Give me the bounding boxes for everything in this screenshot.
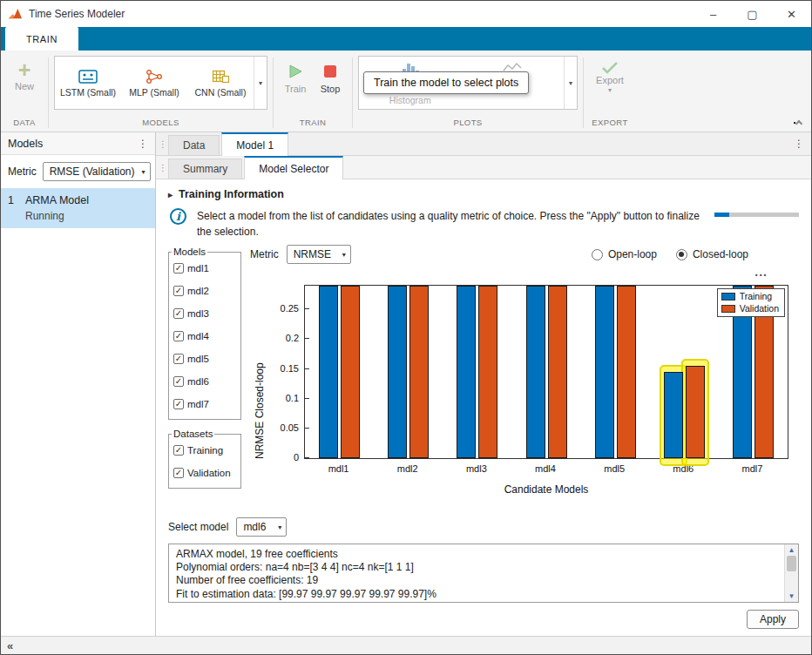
toolstrip-section-export: Export ▾ EXPORT	[584, 54, 636, 132]
tab-data[interactable]: Data	[168, 135, 220, 155]
bar-mdl3-validation	[478, 286, 497, 458]
radio-selected-icon[interactable]	[676, 249, 687, 260]
scroll-down-icon[interactable]: ▼	[788, 592, 795, 600]
training-information-header[interactable]: ▸ Training Information	[168, 188, 799, 200]
model-list-item-selected[interactable]: 1 ARMA Model Running	[1, 188, 155, 228]
info-row: i Select a model from the list of candid…	[168, 208, 799, 240]
title-bar: Time Series Modeler – ▢ ✕	[1, 1, 811, 27]
model-selector-panel: ▸ Training Information i Select a model …	[156, 179, 811, 636]
checkbox-checked-icon[interactable]: ✓	[173, 399, 184, 409]
plus-icon: +	[18, 59, 31, 80]
ribbon-tab-train[interactable]: TRAIN	[5, 27, 78, 51]
legend-label: Validation	[740, 303, 779, 314]
select-model-label: Select model	[168, 521, 228, 533]
details-line: Number of free coefficients: 19	[176, 574, 779, 587]
y-tick-label: 0	[266, 452, 299, 463]
new-button[interactable]: + New	[6, 56, 43, 91]
minimize-button[interactable]: –	[694, 1, 733, 27]
sidebar-metric-dropdown[interactable]: RMSE (Validation) ▾	[43, 162, 151, 181]
metric-value: NRMSE	[294, 248, 331, 260]
y-tick-label: 0.2	[266, 333, 299, 343]
radio-unselected-icon[interactable]	[592, 249, 603, 260]
chart-options-button[interactable]: ...	[754, 267, 768, 281]
checkbox-label: mdl5	[187, 354, 209, 364]
bar-mdl1-training	[319, 286, 338, 458]
tab-summary[interactable]: Summary	[168, 159, 242, 179]
model-checkbox-mdl1[interactable]: ✓mdl1	[173, 257, 238, 280]
radio-open-loop[interactable]: Open-loop	[592, 248, 657, 260]
nrmse-bar-chart: NRMSE Closed-loop TrainingValidation Can…	[250, 281, 799, 496]
models-gallery-dropdown[interactable]: ▾	[254, 57, 267, 109]
drag-grip-icon[interactable]: ⋮	[158, 156, 168, 179]
model-item-name: ARMA Model	[25, 194, 89, 206]
stop-button[interactable]: Stop	[314, 56, 347, 94]
document-menu-icon[interactable]: ⋮	[794, 132, 804, 155]
info-icon: i	[170, 208, 186, 225]
drag-grip-icon[interactable]: ⋮	[158, 132, 168, 155]
chart-legend: TrainingValidation	[717, 288, 785, 317]
bar-mdl6-validation	[686, 366, 705, 458]
tab-model-1[interactable]: Model 1	[221, 132, 288, 156]
export-button-label: Export	[596, 75, 624, 85]
checkbox-checked-icon[interactable]: ✓	[173, 468, 184, 478]
chevron-down-icon: ▾	[278, 523, 281, 531]
gallery-item-cnn-small[interactable]: CNN (Small)	[187, 57, 254, 109]
gallery-item-mlp-small[interactable]: MLP (Small)	[121, 57, 187, 109]
checkbox-checked-icon[interactable]: ✓	[173, 263, 184, 273]
chart-column: Metric NRMSE ▾ Open-loop	[241, 241, 799, 514]
select-model-dropdown[interactable]: mdl6 ▾	[236, 517, 287, 537]
collapse-panel-icon[interactable]: «	[7, 639, 13, 652]
metric-label: Metric	[8, 165, 37, 178]
sidebar-menu-icon[interactable]: ⋮	[138, 138, 148, 150]
model-checkbox-mdl5[interactable]: ✓mdl5	[173, 348, 238, 370]
y-tick-label: 0.15	[266, 363, 299, 374]
model-checkbox-mdl7[interactable]: ✓mdl7	[173, 393, 238, 415]
maximize-button[interactable]: ▢	[733, 1, 772, 27]
checkbox-label: mdl1	[187, 263, 209, 273]
checkbox-label: mdl4	[187, 331, 209, 341]
scrollbar-thumb[interactable]	[787, 556, 796, 571]
checkbox-checked-icon[interactable]: ✓	[173, 445, 184, 456]
plots-gallery-dropdown[interactable]: ▾	[564, 57, 577, 109]
minimize-toolstrip-button[interactable]	[794, 121, 804, 126]
scroll-up-icon[interactable]: ▲	[788, 546, 795, 554]
new-button-label: New	[15, 81, 34, 91]
close-button[interactable]: ✕	[772, 1, 811, 27]
details-scrollbar[interactable]: ▲ ▼	[784, 544, 798, 602]
sidebar-metric-value: RMSE (Validation)	[50, 165, 135, 178]
model-checkbox-mdl3[interactable]: ✓mdl3	[173, 302, 238, 325]
bar-mdl1-validation	[341, 286, 360, 458]
checkbox-checked-icon[interactable]: ✓	[173, 331, 184, 341]
gallery-item-lstm-small[interactable]: LSTM (Small)	[55, 57, 121, 109]
models-checklist: ✓mdl1✓mdl2✓mdl3✓mdl4✓mdl5✓mdl6✓mdl7	[173, 257, 238, 415]
section-label-train: TRAIN	[279, 118, 347, 132]
metric-dropdown[interactable]: NRMSE ▾	[287, 245, 351, 264]
gallery-item-label: CNN (Small)	[195, 87, 247, 98]
window-controls: – ▢ ✕	[694, 1, 811, 27]
document-area: ⋮ Data Model 1 ⋮ ⋮ Summary Model Selecto…	[156, 132, 811, 636]
train-button[interactable]: Train	[279, 56, 312, 94]
checkbox-checked-icon[interactable]: ✓	[173, 286, 184, 296]
x-tick-label: mdl2	[382, 463, 434, 474]
tab-model-selector[interactable]: Model Selector	[244, 156, 343, 179]
dataset-checkbox-validation[interactable]: ✓Validation	[173, 462, 238, 484]
radio-closed-loop[interactable]: Closed-loop	[676, 248, 748, 260]
model-checkbox-mdl4[interactable]: ✓mdl4	[173, 325, 238, 348]
apply-row: Apply	[168, 603, 799, 632]
expander-icon[interactable]: ▸	[168, 190, 173, 199]
export-button[interactable]: Export ▾	[589, 56, 631, 94]
x-axis-label: Candidate Models	[304, 483, 788, 496]
apply-button[interactable]: Apply	[747, 610, 799, 629]
metric-row: Metric NRMSE ▾ Open-loop	[250, 241, 799, 267]
section-label-plots: PLOTS	[358, 118, 578, 132]
status-bar: «	[1, 636, 811, 654]
main-area: Models ⋮ Metric RMSE (Validation) ▾ 1 AR…	[1, 132, 811, 636]
model-checkbox-mdl6[interactable]: ✓mdl6	[173, 370, 238, 393]
window-title: Time Series Modeler	[29, 8, 125, 20]
checkbox-checked-icon[interactable]: ✓	[173, 376, 184, 387]
bar-mdl2-validation	[409, 286, 429, 458]
checkbox-checked-icon[interactable]: ✓	[173, 308, 184, 319]
dataset-checkbox-training[interactable]: ✓Training	[173, 439, 238, 462]
checkbox-checked-icon[interactable]: ✓	[173, 354, 184, 364]
model-checkbox-mdl2[interactable]: ✓mdl2	[173, 280, 238, 302]
